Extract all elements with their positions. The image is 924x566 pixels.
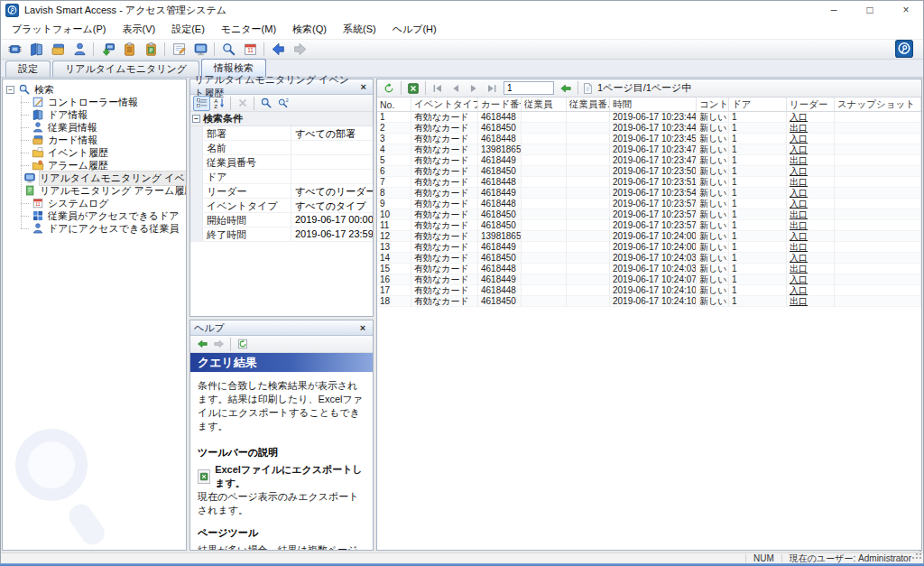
table-cell[interactable]: 入口: [787, 112, 835, 123]
collapse-icon[interactable]: −: [6, 86, 14, 94]
table-row[interactable]: 15有効なカード46184482019-06-17 10:24:03新しいコン.…: [377, 264, 921, 274]
menu-item-1[interactable]: 表示(V): [114, 20, 163, 39]
search-button[interactable]: [217, 41, 239, 59]
table-row[interactable]: 9有効なカード46184482019-06-17 10:23:57新しいコン..…: [377, 199, 921, 209]
table-row[interactable]: 5有効なカード46184492019-06-17 10:23:47新しいコン..…: [377, 155, 921, 166]
table-cell[interactable]: 出口: [787, 264, 835, 274]
table-row[interactable]: 16有効なカード46184492019-06-17 10:24:07新しいコン.…: [377, 274, 921, 285]
column-header-3[interactable]: 従業員: [522, 97, 567, 111]
collapse-icon[interactable]: −: [192, 115, 200, 123]
refresh-page-button[interactable]: [234, 337, 251, 352]
edit-form-button[interactable]: [168, 41, 189, 59]
brand-logo-button[interactable]: [895, 40, 913, 60]
menu-item-6[interactable]: ヘルプ(H): [384, 20, 445, 39]
door-button[interactable]: [25, 41, 47, 59]
column-header-9[interactable]: スナップショット: [835, 97, 921, 111]
tree-root-row[interactable]: −検索: [6, 83, 184, 96]
forward-button[interactable]: [289, 41, 310, 59]
table-cell[interactable]: 入口: [787, 144, 835, 155]
search-category-row[interactable]: −検索条件: [190, 112, 373, 126]
clipboard-report-button[interactable]: [140, 41, 162, 59]
forward-gray-button[interactable]: [210, 337, 227, 352]
minimize-button[interactable]: –: [816, 0, 852, 20]
clear-button[interactable]: [234, 96, 251, 111]
sort-az-button[interactable]: AZ: [210, 96, 227, 111]
table-row[interactable]: 14有効なカード46184502019-06-17 10:24:03新しいコン.…: [377, 253, 921, 264]
condition-value[interactable]: [291, 155, 373, 169]
table-row[interactable]: 3有効なカード46184482019-06-17 10:23:45新しいコン..…: [377, 134, 921, 144]
table-row[interactable]: 11有効なカード46184502019-06-17 10:23:57新しいコン.…: [377, 220, 921, 231]
table-row[interactable]: 10有効なカード46184502019-06-17 10:23:57新しいコン.…: [377, 209, 921, 220]
monitor-button[interactable]: [189, 41, 211, 59]
tree-item-8[interactable]: 11システムログ: [32, 197, 184, 209]
advanced-search-button[interactable]: 2: [274, 96, 291, 111]
tree-item-7[interactable]: リアルモニタリング アラーム履歴: [32, 184, 184, 197]
table-cell[interactable]: 出口: [787, 209, 835, 220]
clipboard-button[interactable]: [118, 41, 140, 59]
last-page-button[interactable]: [483, 80, 501, 96]
table-cell[interactable]: 入口: [787, 231, 835, 242]
table-row[interactable]: 17有効なカード46184482019-06-17 10:24:10新しいコン.…: [377, 285, 921, 296]
controller-button[interactable]: [4, 41, 25, 59]
back-green-button[interactable]: [193, 337, 210, 352]
table-cell[interactable]: 出口: [787, 155, 835, 166]
search-button[interactable]: [257, 96, 274, 111]
column-header-0[interactable]: No.: [377, 97, 411, 111]
table-cell[interactable]: 出口: [787, 242, 835, 253]
close-icon[interactable]: ×: [358, 80, 369, 93]
tree-item-10[interactable]: ドアにアクセスできる従業員: [32, 222, 184, 235]
back-button[interactable]: [267, 41, 289, 59]
condition-value[interactable]: [291, 141, 373, 154]
tab-0[interactable]: 設定: [5, 60, 51, 77]
column-header-7[interactable]: ドア: [729, 97, 787, 111]
table-row[interactable]: 4有効なカード139818652019-06-17 10:23:47新しいコン.…: [377, 144, 921, 155]
tree-item-1[interactable]: ドア情報: [32, 108, 184, 121]
column-header-4[interactable]: 従業員番..: [567, 97, 610, 111]
card-button[interactable]: [47, 41, 69, 59]
menu-item-0[interactable]: プラットフォーム(P): [4, 20, 114, 39]
table-row[interactable]: 2有効なカード46184502019-06-17 10:23:44新しいコン..…: [377, 123, 921, 134]
column-header-8[interactable]: リーダー: [787, 97, 835, 111]
table-row[interactable]: 1有効なカード46184482019-06-17 10:23:44新しいコン..…: [377, 112, 921, 123]
refresh-button[interactable]: [380, 80, 398, 96]
next-page-button[interactable]: [465, 80, 483, 96]
table-row[interactable]: 8有効なカード46184492019-06-17 10:23:54新しいコン..…: [377, 188, 921, 199]
column-header-5[interactable]: 時間: [610, 97, 697, 111]
categorized-button[interactable]: [193, 96, 210, 111]
table-cell[interactable]: 入口: [787, 188, 835, 199]
tree-item-2[interactable]: 従業員情報: [32, 121, 184, 134]
excel-export-button[interactable]: [404, 80, 422, 96]
menu-item-3[interactable]: モニター(M): [213, 20, 284, 39]
tree-item-3[interactable]: カード情報: [32, 134, 184, 146]
page-number-input[interactable]: [504, 81, 554, 95]
condition-value[interactable]: すべての部署: [291, 126, 373, 140]
tab-1[interactable]: リアルタイムモニタリング: [52, 60, 199, 77]
table-cell[interactable]: 入口: [787, 253, 835, 264]
prev-page-button[interactable]: [447, 80, 465, 96]
close-icon[interactable]: ×: [356, 321, 369, 334]
table-row[interactable]: 6有効なカード46184502019-06-17 10:23:50新しいコン..…: [377, 166, 921, 177]
tree-item-6[interactable]: リアルタイムモニタリング イベント履歴: [32, 172, 184, 184]
calendar-button[interactable]: 11: [239, 41, 261, 59]
column-header-6[interactable]: コントローラ-..: [697, 97, 729, 111]
menu-item-2[interactable]: 設定(E): [163, 20, 213, 39]
table-row[interactable]: 7有効なカード46184482019-06-17 10:23:51新しいコン..…: [377, 177, 921, 188]
tree-item-0[interactable]: コントローラー情報: [32, 96, 184, 108]
column-header-2[interactable]: カード番号: [478, 97, 522, 111]
condition-value[interactable]: 2019-06-17 00:00: [291, 213, 373, 227]
resize-grip[interactable]: [912, 551, 922, 560]
table-cell[interactable]: 出口: [787, 123, 835, 134]
send-to-controller-button[interactable]: [97, 41, 118, 59]
table-cell[interactable]: 入口: [787, 285, 835, 296]
table-cell[interactable]: 入口: [787, 199, 835, 209]
table-row[interactable]: 12有効なカード139818652019-06-17 10:24:00新しいコン…: [377, 231, 921, 242]
table-cell[interactable]: 出口: [787, 177, 835, 188]
condition-value[interactable]: 2019-06-17 23:59: [291, 227, 373, 241]
close-button[interactable]: ×: [888, 0, 924, 20]
table-cell[interactable]: 出口: [787, 220, 835, 231]
column-header-1[interactable]: イベントタイプ: [411, 97, 478, 111]
table-cell[interactable]: 入口: [787, 274, 835, 285]
first-page-button[interactable]: [429, 80, 447, 96]
table-row[interactable]: 18有効なカード46184502019-06-17 10:24:10新しいコン.…: [377, 296, 921, 307]
tree-item-5[interactable]: アラーム履歴: [32, 159, 184, 172]
